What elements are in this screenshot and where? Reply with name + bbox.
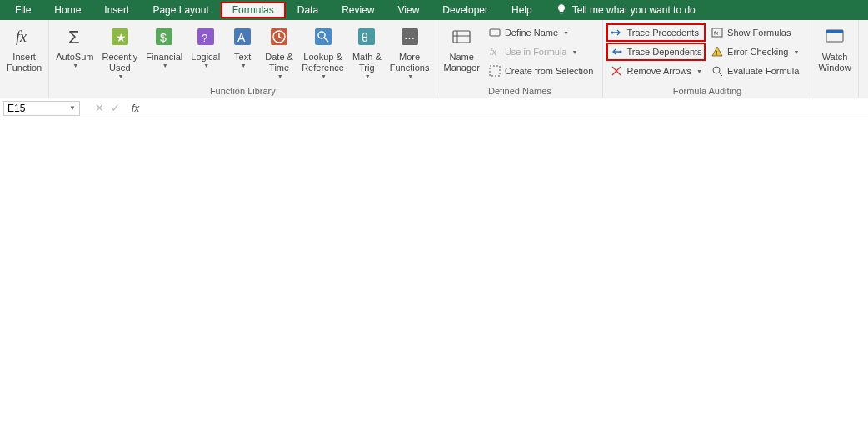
formula-bar: E15 ▼ ✕ ✓ fx [0, 98, 868, 118]
chevron-down-icon: ▼ [69, 104, 76, 112]
name-manager-icon [448, 23, 475, 50]
more-icon: ⋯ [397, 23, 423, 50]
clock-icon [266, 23, 292, 50]
trace-precedents-label: Trace Precedents [626, 28, 698, 38]
define-name-button[interactable]: Define Name ▼ [485, 23, 596, 42]
error-checking-label: Error Checking [727, 47, 788, 57]
chevron-down-icon: ▼ [117, 73, 123, 80]
svg-text:fx: fx [16, 28, 27, 45]
tab-review[interactable]: Review [330, 2, 386, 18]
selection-icon [488, 64, 501, 78]
lookup-label: Lookup & Reference [302, 52, 344, 73]
tell-me-search[interactable]: Tell me what you want to do [544, 3, 707, 18]
math-icon: θ [353, 23, 380, 50]
svg-text:?: ? [202, 32, 207, 44]
chevron-down-icon: ▼ [72, 63, 78, 69]
chevron-down-icon: ▼ [571, 49, 577, 55]
use-in-formula-label: Use in Formula [505, 47, 567, 57]
text-label: Text [234, 52, 251, 63]
fx-small-icon: fx [488, 45, 501, 58]
use-in-formula-button[interactable]: fx Use in Formula ▼ [485, 43, 596, 61]
financial-icon: $ [151, 23, 177, 50]
star-icon: ★ [107, 23, 133, 50]
svg-text:A: A [237, 31, 246, 44]
defined-names-group-label: Defined Names [436, 86, 602, 96]
cancel-icon[interactable]: ✕ [95, 102, 104, 114]
logical-icon: ? [192, 23, 219, 50]
name-box-value: E15 [7, 103, 25, 114]
create-from-selection-label: Create from Selection [505, 66, 593, 76]
autosum-label: AutoSum [56, 52, 93, 63]
more-label: More Functions [390, 52, 430, 73]
fx-icon[interactable]: fx [127, 103, 144, 114]
svg-point-22 [611, 32, 614, 34]
show-formulas-button[interactable]: fx Show Formulas [707, 23, 802, 42]
svg-text:Σ: Σ [68, 27, 80, 48]
lookup-icon [310, 23, 337, 50]
chevron-down-icon: ▼ [277, 73, 283, 80]
tab-formulas[interactable]: Formulas [221, 2, 286, 18]
svg-text:!: ! [716, 49, 718, 57]
define-name-label: Define Name [505, 28, 558, 38]
svg-text:fx: fx [714, 30, 719, 36]
date-time-label: Date & Time [265, 52, 293, 73]
tab-data[interactable]: Data [286, 2, 330, 18]
name-manager-label: Name Manager [443, 52, 479, 73]
error-checking-button[interactable]: ! Error Checking ▼ [707, 43, 802, 61]
name-box[interactable]: E15 ▼ [3, 101, 80, 116]
create-from-selection-button[interactable]: Create from Selection [485, 62, 596, 80]
chevron-down-icon: ▼ [365, 73, 371, 80]
ribbon: fx Insert Function Σ AutoSum ▼ ★ Recentl… [0, 20, 868, 98]
trace-dependents-label: Trace Dependents [626, 47, 701, 57]
sigma-icon: Σ [62, 23, 88, 50]
fx-icon: fx [11, 23, 37, 50]
function-library-group-label: Function Library [49, 86, 436, 96]
remove-arrows-label: Remove Arrows [626, 66, 691, 76]
tab-home[interactable]: Home [42, 2, 92, 18]
insert-function-label: Insert Function [7, 52, 42, 73]
logical-label: Logical [191, 52, 220, 63]
tell-me-label: Tell me what you want to do [572, 4, 696, 16]
svg-text:θ: θ [362, 31, 368, 44]
trace-dependents-icon [610, 45, 623, 58]
svg-text:★: ★ [116, 31, 127, 44]
tab-help[interactable]: Help [500, 2, 544, 18]
svg-point-23 [620, 51, 622, 53]
tab-view[interactable]: View [387, 2, 432, 18]
evaluate-formula-button[interactable]: Evaluate Formula [707, 62, 802, 80]
chevron-down-icon: ▼ [793, 49, 799, 55]
error-icon: ! [711, 45, 724, 58]
bulb-icon [556, 3, 567, 18]
svg-rect-21 [490, 66, 500, 76]
financial-label: Financial [146, 52, 182, 63]
insert-function-button[interactable]: fx Insert Function [3, 22, 45, 98]
show-formulas-label: Show Formulas [727, 28, 791, 38]
svg-text:⋯: ⋯ [404, 32, 415, 44]
svg-point-27 [713, 67, 720, 73]
trace-precedents-icon [610, 26, 623, 39]
watch-window-button[interactable]: Watch Window [815, 22, 854, 98]
text-icon: A [229, 23, 256, 50]
remove-arrows-icon [610, 64, 623, 78]
tab-developer[interactable]: Developer [431, 2, 500, 18]
tab-page-layout[interactable]: Page Layout [141, 2, 220, 18]
evaluate-formula-label: Evaluate Formula [727, 66, 799, 76]
remove-arrows-button[interactable]: Remove Arrows ▼ [606, 62, 706, 80]
recently-used-label: Recently Used [102, 52, 137, 73]
watch-window-icon [821, 23, 848, 50]
svg-text:$: $ [160, 31, 167, 44]
tab-insert[interactable]: Insert [92, 2, 141, 18]
svg-rect-29 [826, 30, 843, 33]
tab-file[interactable]: File [3, 2, 42, 18]
svg-rect-12 [315, 28, 332, 45]
chevron-down-icon: ▼ [162, 63, 168, 69]
trace-dependents-button[interactable]: Trace Dependents [606, 43, 706, 61]
chevron-down-icon: ▼ [321, 73, 327, 80]
trace-precedents-button[interactable]: Trace Precedents [606, 23, 706, 42]
chevron-down-icon: ▼ [696, 68, 702, 74]
menubar: File Home Insert Page Layout Formulas Da… [0, 0, 868, 20]
svg-rect-19 [490, 29, 500, 36]
svg-text:fx: fx [490, 48, 497, 57]
enter-icon[interactable]: ✓ [111, 102, 120, 114]
formula-input[interactable] [144, 103, 868, 114]
